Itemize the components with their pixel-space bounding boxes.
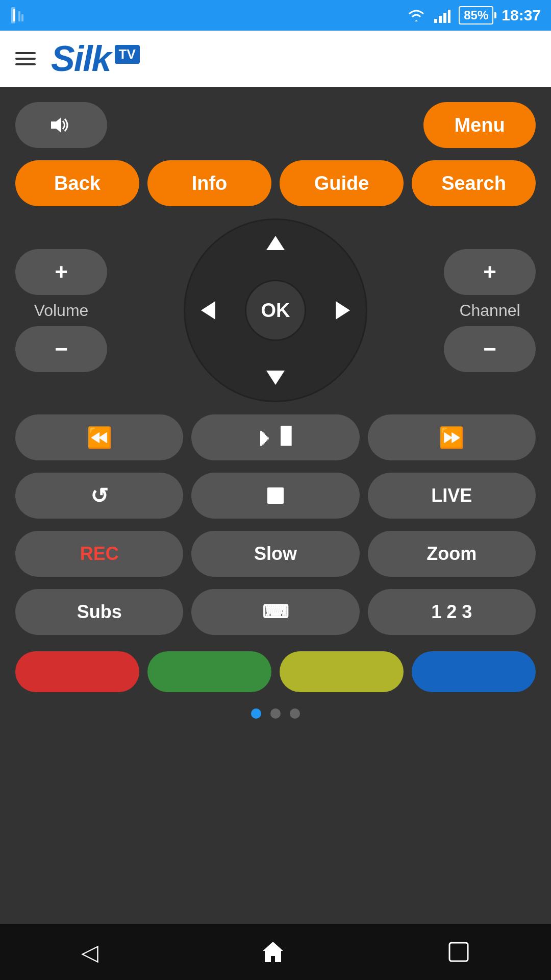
nav-back-button[interactable]: ◁ — [81, 939, 98, 965]
svg-rect-10 — [449, 943, 468, 961]
remote-control: Menu Back Info Guide Search + Volume − O… — [0, 87, 551, 924]
play-pause-icon: ⏵❚ — [255, 426, 296, 449]
search-button[interactable]: Search — [412, 160, 536, 206]
green-button[interactable] — [147, 651, 271, 692]
controls-row: + Volume − OK — [15, 218, 536, 402]
dpad-down-button[interactable] — [258, 360, 293, 396]
guide-button[interactable]: Guide — [280, 160, 404, 206]
dpad-left-button[interactable] — [190, 292, 226, 328]
menu-hamburger-icon[interactable] — [15, 52, 36, 65]
cell-signal-icon — [434, 8, 450, 23]
svg-rect-4 — [434, 19, 437, 23]
keyboard-icon: ⌨ — [262, 601, 289, 623]
channel-down-button[interactable]: − — [444, 326, 536, 372]
keyboard-button[interactable]: ⌨ — [191, 589, 359, 635]
red-button[interactable] — [15, 651, 139, 692]
back-button[interactable]: Back — [15, 160, 139, 206]
nav-back-icon: ◁ — [81, 939, 98, 965]
svg-rect-3 — [21, 14, 23, 21]
channel-label: Channel — [459, 301, 520, 320]
nav-home-icon — [261, 940, 285, 964]
battery-indicator: 85% — [459, 6, 493, 24]
signal-icon — [10, 6, 24, 24]
fast-forward-button[interactable]: ⏩ — [368, 414, 536, 460]
rewind-icon: ⏪ — [87, 426, 112, 450]
rec-button[interactable]: REC — [15, 531, 183, 577]
svg-rect-6 — [443, 13, 446, 23]
battery-level: 85% — [464, 8, 488, 22]
play-pause-button[interactable]: ⏵❚ — [191, 414, 359, 460]
svg-rect-5 — [439, 16, 442, 23]
nav-bar: ◁ — [0, 924, 551, 980]
pagination — [15, 708, 536, 719]
arrow-right-icon — [336, 301, 350, 320]
arrow-down-icon — [266, 371, 285, 385]
playback-row-2: ↺ LIVE — [15, 473, 536, 519]
dpad-up-button[interactable] — [258, 225, 293, 261]
status-right: 85% 18:37 — [407, 6, 541, 24]
volume-down-button[interactable]: − — [15, 326, 107, 372]
nav-home-button[interactable] — [261, 940, 285, 964]
status-bar: 85% 18:37 — [0, 0, 551, 31]
svg-marker-8 — [51, 117, 61, 133]
row-nav-buttons: Back Info Guide Search — [15, 160, 536, 206]
blue-button[interactable] — [412, 651, 536, 692]
volume-button[interactable] — [15, 102, 107, 148]
logo-text: Silk — [51, 41, 111, 77]
volume-group: + Volume − — [15, 249, 107, 372]
clock: 18:37 — [502, 7, 541, 24]
dpad: OK — [184, 218, 367, 402]
status-left — [10, 6, 24, 24]
color-buttons-row — [15, 651, 536, 692]
arrow-up-icon — [266, 236, 285, 250]
svg-rect-2 — [18, 11, 20, 21]
wifi-icon — [407, 8, 426, 23]
numbers-button[interactable]: 1 2 3 — [368, 589, 536, 635]
playback-row-3: REC Slow Zoom — [15, 531, 536, 577]
yellow-button[interactable] — [280, 651, 404, 692]
speaker-icon — [48, 115, 74, 135]
stop-icon — [267, 487, 284, 504]
row-volume-menu: Menu — [15, 102, 536, 148]
fast-forward-icon: ⏩ — [439, 426, 464, 450]
replay-icon: ↺ — [90, 483, 108, 508]
stop-button[interactable] — [191, 473, 359, 519]
zoom-button[interactable]: Zoom — [368, 531, 536, 577]
slow-button[interactable]: Slow — [191, 531, 359, 577]
dpad-container: OK — [184, 218, 367, 402]
pagination-dot-2[interactable] — [270, 708, 281, 719]
replay-button[interactable]: ↺ — [15, 473, 183, 519]
svg-rect-1 — [13, 9, 15, 21]
svg-rect-7 — [448, 10, 450, 23]
rewind-button[interactable]: ⏪ — [15, 414, 183, 460]
pagination-dot-3[interactable] — [290, 708, 300, 719]
pagination-dot-1[interactable] — [251, 708, 261, 719]
playback-row-1: ⏪ ⏵❚ ⏩ — [15, 414, 536, 460]
channel-up-button[interactable]: + — [444, 249, 536, 295]
dpad-right-button[interactable] — [325, 292, 361, 328]
subs-button[interactable]: Subs — [15, 589, 183, 635]
playback-row-4: Subs ⌨ 1 2 3 — [15, 589, 536, 635]
nav-recents-icon — [447, 941, 470, 963]
info-button[interactable]: Info — [147, 160, 271, 206]
arrow-left-icon — [201, 301, 215, 320]
volume-label: Volume — [34, 301, 89, 320]
menu-button[interactable]: Menu — [423, 102, 536, 148]
header: Silk TV — [0, 31, 551, 87]
logo: Silk TV — [51, 41, 140, 77]
channel-group: + Channel − — [444, 249, 536, 372]
svg-marker-9 — [263, 942, 283, 962]
ok-button[interactable]: OK — [245, 280, 306, 341]
logo-tv-badge: TV — [115, 45, 140, 64]
live-button[interactable]: LIVE — [368, 473, 536, 519]
volume-up-button[interactable]: + — [15, 249, 107, 295]
nav-recents-button[interactable] — [447, 941, 470, 963]
